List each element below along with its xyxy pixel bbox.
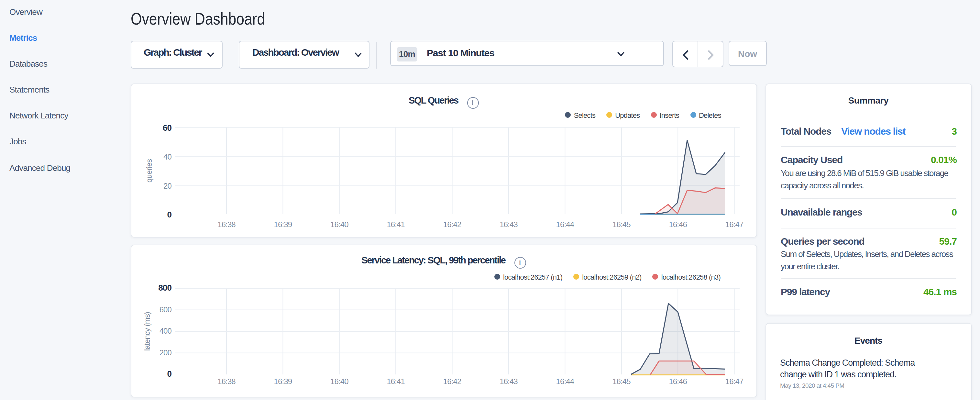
svg-text:16:39: 16:39 xyxy=(274,377,292,386)
svg-text:60: 60 xyxy=(162,123,172,133)
svg-text:16:46: 16:46 xyxy=(668,377,687,386)
svg-text:16:40: 16:40 xyxy=(330,220,348,229)
svg-text:16:38: 16:38 xyxy=(217,220,235,229)
svg-text:800: 800 xyxy=(158,283,171,293)
svg-text:16:41: 16:41 xyxy=(386,377,404,386)
svg-text:16:43: 16:43 xyxy=(499,377,517,386)
svg-text:16:41: 16:41 xyxy=(386,220,404,229)
svg-text:16:47: 16:47 xyxy=(725,377,743,386)
svg-text:40: 40 xyxy=(163,153,171,161)
svg-text:0: 0 xyxy=(167,369,171,379)
svg-text:400: 400 xyxy=(159,327,172,335)
svg-text:16:38: 16:38 xyxy=(217,377,235,386)
svg-text:16:39: 16:39 xyxy=(274,220,292,229)
svg-text:200: 200 xyxy=(159,348,172,357)
svg-text:16:45: 16:45 xyxy=(612,220,630,229)
svg-text:queries: queries xyxy=(144,159,153,183)
svg-text:600: 600 xyxy=(159,305,172,314)
svg-text:16:46: 16:46 xyxy=(668,220,687,229)
svg-text:16:40: 16:40 xyxy=(330,377,348,386)
svg-text:16:44: 16:44 xyxy=(556,377,574,386)
svg-text:16:47: 16:47 xyxy=(725,220,743,229)
svg-text:20: 20 xyxy=(163,182,171,190)
svg-text:16:45: 16:45 xyxy=(612,377,630,386)
svg-text:16:43: 16:43 xyxy=(499,220,517,229)
svg-text:0: 0 xyxy=(167,210,171,220)
svg-text:16:42: 16:42 xyxy=(443,377,461,386)
svg-text:16:42: 16:42 xyxy=(443,220,461,229)
svg-text:16:44: 16:44 xyxy=(556,220,574,229)
svg-text:latency (ms): latency (ms) xyxy=(142,312,151,351)
